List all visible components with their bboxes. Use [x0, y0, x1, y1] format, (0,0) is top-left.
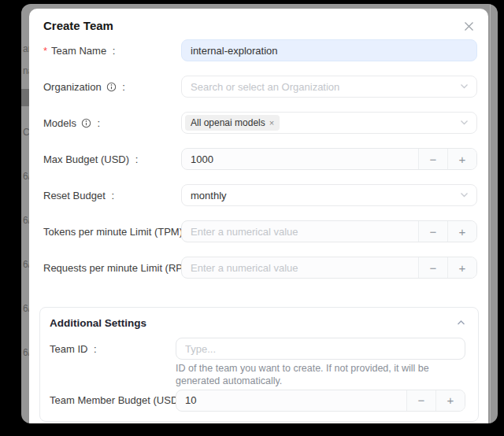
- increment-button[interactable]: +: [435, 390, 465, 411]
- organization-row: Organization Search or select an Organiz…: [43, 76, 477, 98]
- additional-settings-title: Additional Settings: [50, 317, 146, 329]
- team-name-row: * Team Name: [43, 39, 477, 61]
- dimmed-background-window: am nar Cre 6/2 6/2 6/2 6/1 6/1 Create Te…: [21, 4, 498, 423]
- decrement-button[interactable]: −: [418, 149, 447, 169]
- team-member-budget-stepper: − +: [176, 390, 465, 412]
- rpm-input[interactable]: [182, 257, 418, 278]
- create-team-modal: Create Team * Team Name Organization: [29, 9, 488, 423]
- models-select[interactable]: All openai models ×: [181, 112, 477, 134]
- close-icon: [464, 21, 474, 31]
- modal-title: Create Team: [43, 19, 113, 33]
- chevron-down-icon: [460, 192, 469, 198]
- decrement-button[interactable]: −: [418, 221, 447, 242]
- models-label-text: Models: [43, 117, 76, 129]
- info-icon[interactable]: [106, 82, 117, 92]
- team-id-help-text: ID of the team you want to create. If no…: [176, 362, 465, 388]
- organization-label: Organization: [43, 81, 181, 93]
- team-member-budget-row: Team Member Budget (USD) − +: [50, 390, 465, 412]
- tpm-row: Tokens per minute Limit (TPM) − +: [43, 220, 477, 242]
- required-mark: *: [43, 45, 47, 57]
- info-icon[interactable]: [81, 118, 91, 128]
- team-member-budget-input[interactable]: [176, 390, 406, 411]
- rpm-label: Requests per minute Limit (RPM): [43, 262, 181, 274]
- tag-remove-icon[interactable]: ×: [269, 119, 274, 127]
- models-label: Models: [43, 117, 181, 129]
- team-name-label-text: Team Name: [51, 45, 106, 57]
- close-button[interactable]: [461, 19, 476, 33]
- team-id-label: Team ID: [50, 343, 176, 355]
- background-table-edge: [490, 4, 491, 423]
- team-name-input[interactable]: [181, 39, 477, 61]
- chevron-up-icon: [457, 320, 465, 326]
- model-tag-label: All openai models: [191, 117, 265, 128]
- rpm-stepper: − +: [181, 257, 477, 279]
- reset-budget-value: monthly: [191, 190, 227, 201]
- reset-budget-label-text: Reset Budget: [43, 190, 106, 201]
- organization-select[interactable]: Search or select an Organization: [181, 76, 477, 98]
- reset-budget-select[interactable]: monthly: [181, 184, 477, 206]
- increment-button[interactable]: +: [447, 257, 476, 278]
- tpm-label: Tokens per minute Limit (TPM): [43, 226, 181, 238]
- additional-settings-header[interactable]: Additional Settings: [50, 316, 465, 330]
- organization-label-text: Organization: [43, 81, 102, 93]
- tpm-stepper: − +: [181, 220, 477, 242]
- tpm-input[interactable]: [182, 221, 418, 242]
- tpm-label-text: Tokens per minute Limit (TPM): [43, 226, 183, 238]
- max-budget-stepper: − +: [181, 148, 477, 170]
- rpm-row: Requests per minute Limit (RPM) − +: [43, 257, 477, 279]
- team-id-label-text: Team ID: [50, 343, 87, 355]
- reset-budget-label: Reset Budget: [43, 190, 181, 201]
- models-row: Models All openai models ×: [43, 112, 477, 134]
- decrement-button[interactable]: −: [418, 257, 447, 278]
- increment-button[interactable]: +: [447, 221, 476, 242]
- model-tag: All openai models ×: [185, 115, 280, 131]
- max-budget-label: Max Budget (USD): [43, 153, 181, 165]
- increment-button[interactable]: +: [447, 149, 476, 169]
- max-budget-row: Max Budget (USD) − +: [43, 148, 477, 170]
- team-id-help: ID of the team you want to create. If no…: [50, 362, 465, 388]
- chevron-down-icon: [460, 83, 469, 90]
- team-id-input[interactable]: [176, 338, 465, 360]
- max-budget-label-text: Max Budget (USD): [43, 153, 129, 165]
- team-name-label: * Team Name: [43, 45, 181, 57]
- organization-placeholder: Search or select an Organization: [191, 81, 339, 93]
- additional-settings-panel: Additional Settings Team ID ID of the te…: [39, 307, 479, 422]
- reset-budget-row: Reset Budget monthly: [43, 184, 477, 206]
- team-id-row: Team ID: [50, 338, 465, 360]
- rpm-label-text: Requests per minute Limit (RPM): [43, 262, 195, 274]
- max-budget-input[interactable]: [182, 149, 418, 169]
- modal-header: Create Team: [43, 19, 477, 33]
- decrement-button[interactable]: −: [406, 390, 435, 411]
- team-member-budget-label: Team Member Budget (USD): [50, 394, 176, 406]
- team-member-budget-label-text: Team Member Budget (USD): [50, 394, 182, 406]
- chevron-down-icon: [460, 120, 469, 126]
